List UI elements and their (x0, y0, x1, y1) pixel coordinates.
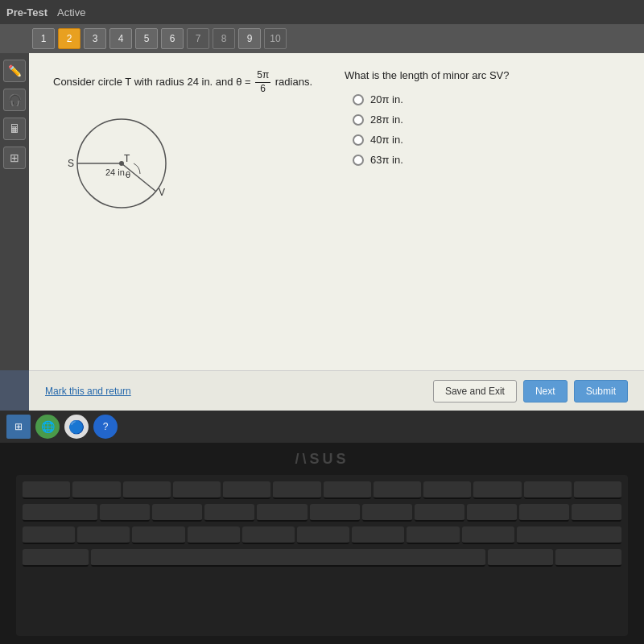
mark-return-link[interactable]: Mark this and return (45, 386, 131, 397)
answer-option-1[interactable]: 20π in. (353, 93, 620, 105)
headphone-icon[interactable]: 🎧 (3, 89, 26, 111)
circle-diagram: S T V 24 in. θ (53, 107, 182, 220)
nav-btn-2[interactable]: 2 (58, 28, 80, 49)
taskbar-globe-icon[interactable]: 🌐 (35, 415, 60, 439)
svg-text:θ: θ (126, 170, 130, 180)
taskbar: ⊞ 🌐 🔵 ? (0, 411, 644, 443)
question-left-text: Consider circle T with radius 24 in. and… (53, 76, 251, 88)
right-question: What is the length of minor arc SV? 20π … (345, 69, 620, 354)
fraction-numerator: 5π (255, 69, 270, 83)
radio-2[interactable] (353, 114, 364, 126)
option-text-1: 20π in. (370, 93, 403, 105)
calculator-icon[interactable]: 🖩 (3, 118, 26, 140)
taskbar-chrome-icon[interactable]: 🔵 (64, 415, 89, 439)
taskbar-windows-icon[interactable]: ⊞ (6, 415, 31, 439)
nav-btn-1[interactable]: 1 (32, 28, 55, 49)
svg-text:V: V (159, 187, 165, 198)
top-bar: Pre-Test Active (0, 0, 644, 24)
question-area: Consider circle T with radius 24 in. and… (53, 69, 620, 354)
nav-btn-4[interactable]: 4 (109, 28, 132, 49)
asus-logo: /\SUS (295, 451, 349, 468)
fraction-denominator: 6 (258, 83, 267, 96)
answer-option-2[interactable]: 28π in. (353, 114, 620, 126)
screen: Pre-Test Active 12345678910 ✏️ 🎧 🖩 ⊞ Con… (0, 0, 644, 411)
bottom-bar: Mark this and return Save and Exit Next … (29, 370, 644, 411)
question-nav-bar: 12345678910 (0, 24, 644, 53)
question-right-text: radians. (275, 76, 312, 88)
save-exit-button[interactable]: Save and Exit (433, 380, 517, 402)
radio-4[interactable] (353, 155, 364, 166)
keyboard-area: /\SUS (0, 443, 644, 644)
question-text: Consider circle T with radius 24 in. and… (53, 69, 328, 95)
svg-text:S: S (68, 158, 74, 169)
answer-option-3[interactable]: 40π in. (353, 134, 620, 146)
app-title: Pre-Test (6, 6, 47, 19)
fraction: 5π 6 (255, 69, 270, 95)
radio-1[interactable] (353, 94, 364, 105)
circle-svg: S T V 24 in. θ (53, 107, 182, 220)
main-content: Consider circle T with radius 24 in. and… (29, 53, 644, 370)
answer-options: 20π in. 28π in. 40π in. 63π in. (353, 93, 620, 166)
answer-option-4[interactable]: 63π in. (353, 154, 620, 166)
nav-btn-9[interactable]: 9 (238, 28, 261, 49)
right-question-title: What is the length of minor arc SV? (345, 69, 620, 81)
option-text-2: 28π in. (370, 114, 403, 126)
status-badge: Active (57, 6, 85, 19)
svg-text:T: T (124, 153, 130, 164)
left-question: Consider circle T with radius 24 in. and… (53, 69, 328, 354)
grid-icon[interactable]: ⊞ (3, 147, 26, 169)
nav-btn-8[interactable]: 8 (213, 28, 235, 49)
nav-btn-7[interactable]: 7 (187, 28, 209, 49)
next-button[interactable]: Next (523, 380, 568, 402)
nav-btn-5[interactable]: 5 (135, 28, 158, 49)
taskbar-app-icon[interactable]: ? (93, 415, 118, 439)
bottom-buttons: Save and Exit Next Submit (433, 380, 628, 402)
option-text-3: 40π in. (370, 134, 403, 146)
keyboard (16, 475, 628, 636)
nav-btn-6[interactable]: 6 (161, 28, 184, 49)
nav-btn-10[interactable]: 10 (264, 28, 287, 49)
left-sidebar: ✏️ 🎧 🖩 ⊞ (0, 53, 29, 370)
pencil-icon[interactable]: ✏️ (3, 60, 26, 82)
submit-button[interactable]: Submit (574, 380, 628, 402)
nav-btn-3[interactable]: 3 (84, 28, 106, 49)
option-text-4: 63π in. (370, 154, 403, 166)
svg-text:24 in.: 24 in. (105, 167, 127, 177)
radio-3[interactable] (353, 134, 364, 146)
